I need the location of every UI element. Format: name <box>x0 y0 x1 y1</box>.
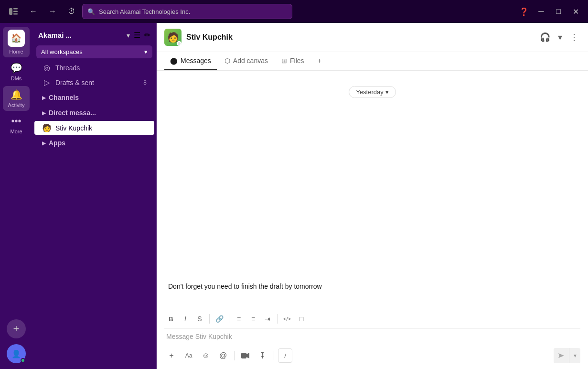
slash-cmd-btn[interactable]: / <box>278 348 292 363</box>
tab-add[interactable]: + <box>312 52 327 70</box>
tab-add-canvas[interactable]: ⬡ Add canvas <box>219 52 274 70</box>
channels-section-header[interactable]: ▶ Channels <box>34 91 154 104</box>
italic-btn[interactable]: I <box>179 312 192 326</box>
sidebar-item-drafts[interactable]: ▷ Drafts & sent 8 <box>34 76 154 89</box>
drafts-label: Drafts & sent <box>55 79 94 87</box>
apps-label: Apps <box>49 139 65 147</box>
messages-tab-icon: ⬤ <box>170 57 178 65</box>
nav-back-btn[interactable]: ← <box>27 5 40 18</box>
plus-btn[interactable]: + <box>164 348 179 363</box>
emoji-btn[interactable]: ☺ <box>199 348 213 363</box>
workspace-name: Akamai ... <box>38 31 123 39</box>
date-badge[interactable]: Yesterday ▾ <box>349 86 396 98</box>
send-btn[interactable] <box>554 348 569 363</box>
compose-area: B I S 🔗 ≡ ≡ ⇥ </> □ Message Stiv Kupchik… <box>157 309 588 369</box>
compose-toolbar: B I S 🔗 ≡ ≡ ⇥ </> □ <box>164 309 580 329</box>
filter-icon[interactable]: ☰ <box>134 31 140 40</box>
search-bar[interactable]: 🔍 Search Akamai Technologies Inc. <box>82 4 292 19</box>
titlebar: ← → ⏱ 🔍 Search Akamai Technologies Inc. … <box>0 0 588 23</box>
messages-tab-label: Messages <box>181 57 211 65</box>
compose-icon[interactable]: ✏ <box>144 31 150 40</box>
tab-files[interactable]: ⊞ Files <box>276 52 310 70</box>
dms-label: DMs <box>11 76 22 81</box>
compose-bottom: + Aa ☺ @ 🎙 / <box>164 346 580 363</box>
sidebar-item-threads[interactable]: ◎ Threads <box>34 61 154 75</box>
compose-send: ▾ <box>554 348 580 363</box>
send-dropdown-btn[interactable]: ▾ <box>569 348 580 363</box>
status-dot <box>21 358 25 363</box>
avatar[interactable]: 👤 <box>7 344 26 363</box>
sidebar-item-stiv-kupchik[interactable]: 🧑 Stiv Kupchik <box>34 121 154 135</box>
svg-rect-0 <box>9 8 12 15</box>
main-layout: 🏠 Home 💬 DMs 🔔 Activity ••• More + 👤 Aka… <box>0 23 588 369</box>
table-row: Don't forget you need to finish the draf… <box>164 280 580 293</box>
workspace-dropdown-icon: ▾ <box>127 32 130 39</box>
threads-label: Threads <box>55 64 80 72</box>
maximize-btn[interactable]: □ <box>552 5 565 18</box>
titlebar-left: ← → ⏱ <box>6 4 78 19</box>
channel-actions: 🎧 ▾ ⋮ <box>538 30 580 44</box>
compose-divider-1 <box>234 351 235 360</box>
apps-section-header[interactable]: ▶ Apps <box>34 136 154 150</box>
channels-label: Channels <box>49 94 79 101</box>
tab-messages[interactable]: ⬤ Messages <box>164 52 217 70</box>
sidebar-toggle-btn[interactable] <box>6 4 21 19</box>
workspace-actions: ☰ ✏ <box>134 31 150 40</box>
help-icon[interactable]: ❓ <box>517 5 531 18</box>
drafts-badge: 8 <box>143 79 147 86</box>
channel-header: 🧑 Stiv Kupchik 🎧 ▾ ⋮ <box>157 23 588 52</box>
search-icon: 🔍 <box>87 8 95 15</box>
channel-chevron-icon[interactable]: ▾ <box>556 30 564 44</box>
nav-history-btn[interactable]: ⏱ <box>65 5 78 18</box>
sidebar-item-more[interactable]: ••• More <box>3 113 30 137</box>
messages-area: Yesterday ▾ Don't forget you need to fin… <box>157 71 588 309</box>
headphones-icon[interactable]: 🎧 <box>538 30 552 44</box>
activity-icon: 🔔 <box>11 89 22 100</box>
channel-name: Stiv Kupchik <box>186 33 533 42</box>
font-size-btn[interactable]: Aa <box>182 348 196 363</box>
code-block-btn[interactable]: □ <box>295 312 308 326</box>
compose-divider-2 <box>274 351 274 360</box>
close-btn[interactable]: ✕ <box>569 5 582 18</box>
nav-forward-btn[interactable]: → <box>46 5 59 18</box>
add-workspace-btn[interactable]: + <box>7 319 26 338</box>
mention-btn[interactable]: @ <box>216 348 230 363</box>
minimize-btn[interactable]: ─ <box>535 5 548 18</box>
link-btn[interactable]: 🔗 <box>213 312 226 326</box>
message-text: Don't forget you need to finish the draf… <box>168 282 322 292</box>
workspace-header[interactable]: Akamai ... ▾ ☰ ✏ <box>32 27 156 43</box>
ordered-list-btn[interactable]: ≡ <box>232 312 246 326</box>
dm-arrow-icon: ▶ <box>42 110 46 116</box>
mic-btn[interactable]: 🎙 <box>256 348 270 363</box>
all-workspaces-dropdown[interactable]: All workspaces ▾ <box>36 45 152 58</box>
toolbar-divider-1 <box>209 314 210 324</box>
sidebar-item-dms[interactable]: 💬 DMs <box>3 59 30 84</box>
sidebar-item-home[interactable]: 🏠 Home <box>3 27 30 57</box>
svg-rect-3 <box>13 13 18 15</box>
strikethrough-btn[interactable]: S <box>193 312 206 326</box>
home-label: Home <box>9 49 23 54</box>
channel-status-dot <box>177 41 182 46</box>
search-placeholder: Search Akamai Technologies Inc. <box>99 8 190 15</box>
threads-icon: ◎ <box>42 63 52 72</box>
code-btn[interactable]: </> <box>280 312 294 326</box>
channel-more-icon[interactable]: ⋮ <box>568 30 580 44</box>
svg-marker-6 <box>558 353 564 358</box>
add-canvas-tab-label: Add canvas <box>233 57 268 65</box>
main-content: 🧑 Stiv Kupchik 🎧 ▾ ⋮ ⬤ Messages ⬡ Add ca… <box>157 23 588 369</box>
video-btn[interactable] <box>238 348 253 363</box>
bold-btn[interactable]: B <box>164 312 178 326</box>
channel-sidebar: Akamai ... ▾ ☰ ✏ All workspaces ▾ ◎ Thre… <box>32 23 157 369</box>
more-icon: ••• <box>11 116 21 127</box>
direct-messages-section-header[interactable]: ▶ Direct messa... <box>34 106 154 119</box>
sidebar-item-activity[interactable]: 🔔 Activity <box>3 86 30 111</box>
toolbar-divider-3 <box>277 314 278 324</box>
dms-icon: 💬 <box>11 62 22 74</box>
unordered-list-btn[interactable]: ≡ <box>246 312 260 326</box>
activity-label: Activity <box>8 102 25 108</box>
indent-btn[interactable]: ⇥ <box>261 312 274 326</box>
svg-marker-5 <box>246 353 249 358</box>
dropdown-chevron-icon: ▾ <box>144 48 148 55</box>
date-divider: Yesterday ▾ <box>349 86 396 98</box>
compose-input[interactable]: Message Stiv Kupchik <box>164 329 580 346</box>
